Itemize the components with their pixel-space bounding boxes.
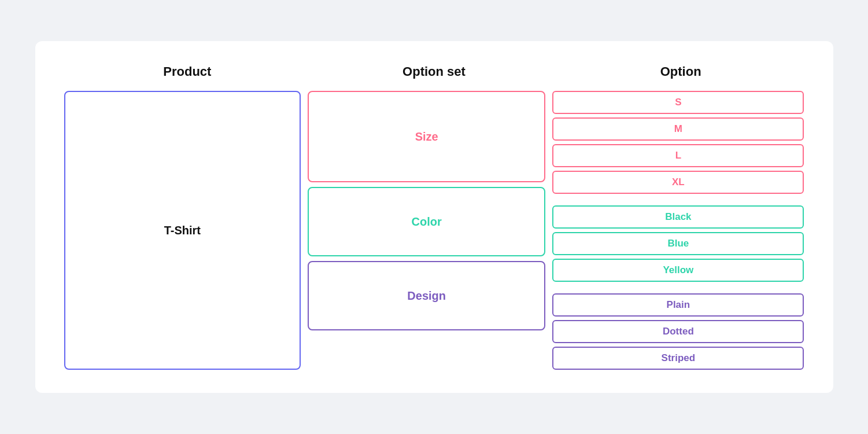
option-yellow[interactable]: Yellow	[552, 259, 804, 282]
option-set-size: Size	[308, 91, 545, 182]
options-column: S M L XL Black Blue Yellow Plain Dotted …	[552, 91, 804, 370]
option-set-size-label: Size	[415, 130, 438, 144]
option-s[interactable]: S	[552, 91, 804, 114]
table-header: Product Option set Option	[64, 64, 804, 79]
main-card: Product Option set Option T-Shirt Size C…	[35, 41, 833, 393]
product-name: T-Shirt	[164, 224, 201, 237]
design-options-group: Plain Dotted Striped	[552, 293, 804, 370]
color-options-group: Black Blue Yellow	[552, 205, 804, 282]
option-set-color-label: Color	[412, 215, 442, 229]
spacer-1	[552, 197, 804, 202]
header-option-set: Option set	[311, 64, 557, 79]
option-sets-column: Size Color Design	[301, 91, 552, 370]
option-set-design: Design	[308, 261, 545, 330]
header-product: Product	[64, 64, 311, 79]
option-set-design-label: Design	[407, 289, 446, 303]
option-blue[interactable]: Blue	[552, 232, 804, 255]
product-cell: T-Shirt	[64, 91, 301, 370]
table-body: T-Shirt Size Color Design S M L XL	[64, 91, 804, 370]
spacer-2	[552, 285, 804, 290]
option-dotted[interactable]: Dotted	[552, 320, 804, 343]
option-xl[interactable]: XL	[552, 171, 804, 194]
option-l[interactable]: L	[552, 144, 804, 167]
header-option: Option	[557, 64, 804, 79]
option-black[interactable]: Black	[552, 205, 804, 229]
option-striped[interactable]: Striped	[552, 347, 804, 370]
option-m[interactable]: M	[552, 117, 804, 141]
size-options-group: S M L XL	[552, 91, 804, 194]
option-plain[interactable]: Plain	[552, 293, 804, 317]
option-set-color: Color	[308, 187, 545, 256]
